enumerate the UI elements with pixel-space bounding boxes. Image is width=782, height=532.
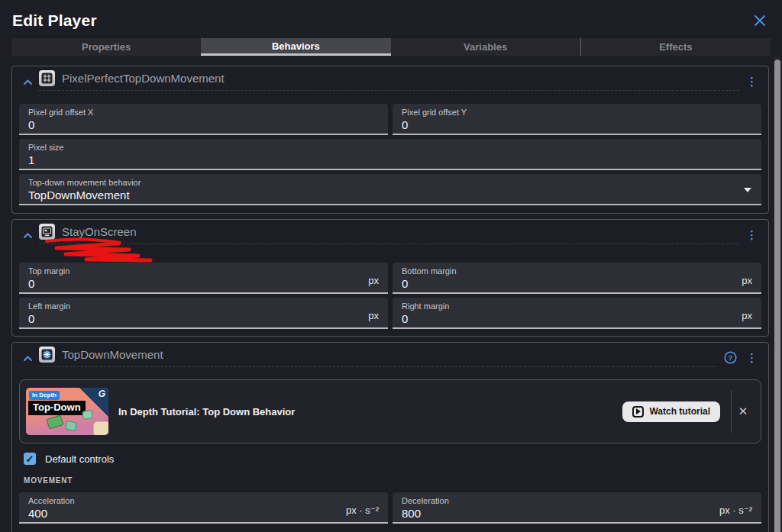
field-label: Top margin xyxy=(28,266,379,276)
panel-title-row: StayOnScreen xyxy=(39,224,739,244)
dropdown-caret-icon xyxy=(744,188,751,192)
gem-sprite xyxy=(46,414,63,429)
left-margin-field[interactable]: Left margin 0 px xyxy=(19,298,388,329)
pixel-size-field[interactable]: Pixel size 1 xyxy=(19,139,761,170)
watch-tutorial-label: Watch tutorial xyxy=(649,406,710,417)
play-icon xyxy=(632,406,644,418)
field-value: 0 xyxy=(28,312,379,325)
grid-behavior-icon xyxy=(39,70,55,86)
panel-header: PixelPerfectTopDownMovement ⋮ xyxy=(12,66,768,91)
behavior-menu-icon[interactable]: ⋮ xyxy=(746,229,758,240)
field-value: 800 xyxy=(402,507,752,520)
unit-adornment: px · s⁻² xyxy=(719,505,752,516)
field-label: Right margin xyxy=(402,301,752,311)
field-value: TopDownMovement xyxy=(28,189,752,202)
unit-adornment: px · s⁻² xyxy=(346,505,379,516)
behavior-menu-icon[interactable]: ⋮ xyxy=(746,76,758,87)
field-label: Deceleration xyxy=(402,496,752,505)
tab-properties[interactable]: Properties xyxy=(11,38,201,56)
behavior-menu-icon[interactable]: ⋮ xyxy=(746,352,758,363)
checkmark-icon: ✓ xyxy=(26,454,34,464)
field-label: Pixel size xyxy=(28,143,752,152)
screen-behavior-icon xyxy=(39,224,55,240)
panel-title-row: PixelPerfectTopDownMovement xyxy=(39,70,739,91)
acceleration-field[interactable]: Acceleration 400 px · s⁻² xyxy=(19,492,388,524)
field-value: 1 xyxy=(28,153,752,166)
panel-header: StayOnScreen ⋮ xyxy=(12,220,768,244)
tab-bar: Properties Behaviors Variables Effects xyxy=(11,38,771,56)
field-value: 0 xyxy=(402,312,752,325)
field-label: Acceleration xyxy=(28,496,379,505)
watch-tutorial-button[interactable]: Watch tutorial xyxy=(622,401,720,422)
tutorial-badge: In Depth xyxy=(29,391,60,400)
field-label: Left margin xyxy=(28,301,379,311)
tutorial-thumb-label: Top-Down xyxy=(28,401,86,415)
behavior-panel-stayonscreen: StayOnScreen ⋮ Top margin 0 px Bottom ma… xyxy=(11,219,769,337)
panel-title-row: TopDownMovement xyxy=(39,347,717,367)
default-controls-checkbox[interactable]: ✓ xyxy=(24,453,36,465)
field-value: 0 xyxy=(28,277,379,290)
unit-adornment: px xyxy=(742,275,752,286)
field-label: Pixel grid offset X xyxy=(28,108,379,117)
dialog-titlebar: Edit Player xyxy=(0,0,782,38)
field-label: Pixel grid offset Y xyxy=(402,108,752,117)
deceleration-field[interactable]: Deceleration 800 px · s⁻² xyxy=(393,492,761,524)
compass-behavior-icon xyxy=(39,347,55,363)
help-icon[interactable]: ? xyxy=(724,351,737,364)
field-label: Top-down movement behavior xyxy=(28,178,752,187)
top-margin-field[interactable]: Top margin 0 px xyxy=(19,263,388,294)
field-value: 0 xyxy=(28,118,379,131)
bottom-margin-field[interactable]: Bottom margin 0 px xyxy=(393,263,761,294)
collapse-chevron-icon[interactable] xyxy=(24,233,32,238)
svg-text:?: ? xyxy=(729,353,733,362)
topdown-behavior-select[interactable]: Top-down movement behavior TopDownMoveme… xyxy=(19,174,761,205)
gem-sprite xyxy=(82,410,92,420)
unit-adornment: px xyxy=(742,310,752,321)
tab-behaviors[interactable]: Behaviors xyxy=(201,38,390,56)
crate-sprite xyxy=(93,421,108,435)
close-icon[interactable] xyxy=(751,12,768,29)
behavior-name: StayOnScreen xyxy=(62,225,137,238)
dismiss-tutorial-icon[interactable]: ✕ xyxy=(732,405,755,418)
field-value: 0 xyxy=(402,277,752,290)
pixel-grid-offset-y-field[interactable]: Pixel grid offset Y 0 xyxy=(393,104,761,135)
tab-effects[interactable]: Effects xyxy=(580,38,771,56)
field-label: Bottom margin xyxy=(402,266,752,276)
behavior-panel-pixelperfect: PixelPerfectTopDownMovement ⋮ Pixel grid… xyxy=(11,66,769,214)
field-value: 400 xyxy=(28,507,379,520)
tutorial-banner: In Depth G Top-Down In Depth Tutorial: T… xyxy=(19,379,761,443)
page-title: Edit Player xyxy=(12,11,97,30)
collapse-chevron-icon[interactable] xyxy=(24,79,32,85)
behavior-name: PixelPerfectTopDownMovement xyxy=(62,72,225,85)
unit-adornment: px xyxy=(368,310,379,321)
default-controls-label: Default controls xyxy=(45,453,114,465)
pixel-grid-offset-x-field[interactable]: Pixel grid offset X 0 xyxy=(19,104,388,135)
collapse-chevron-icon[interactable] xyxy=(24,356,32,361)
field-value: 0 xyxy=(402,118,752,131)
tutorial-thumbnail[interactable]: In Depth G Top-Down xyxy=(26,388,108,435)
right-margin-field[interactable]: Right margin 0 px xyxy=(393,298,761,329)
gem-sprite xyxy=(65,421,77,432)
default-controls-row: ✓ Default controls xyxy=(24,452,768,466)
movement-section-label: MOVEMENT xyxy=(24,476,768,485)
panel-header: TopDownMovement ? ⋮ xyxy=(12,343,768,367)
behavior-panel-topdownmovement: TopDownMovement ? ⋮ In Depth G Top-Down xyxy=(11,342,769,532)
behaviors-list: PixelPerfectTopDownMovement ⋮ Pixel grid… xyxy=(0,56,782,532)
scrollbar-thumb[interactable] xyxy=(774,60,780,532)
unit-adornment: px xyxy=(368,275,379,286)
scrollbar-track[interactable] xyxy=(774,57,781,532)
behavior-name: TopDownMovement xyxy=(62,348,163,361)
gdevelop-logo-icon: G xyxy=(99,389,105,399)
tutorial-title: In Depth Tutorial: Top Down Behavior xyxy=(118,406,622,418)
tab-variables[interactable]: Variables xyxy=(391,38,580,56)
